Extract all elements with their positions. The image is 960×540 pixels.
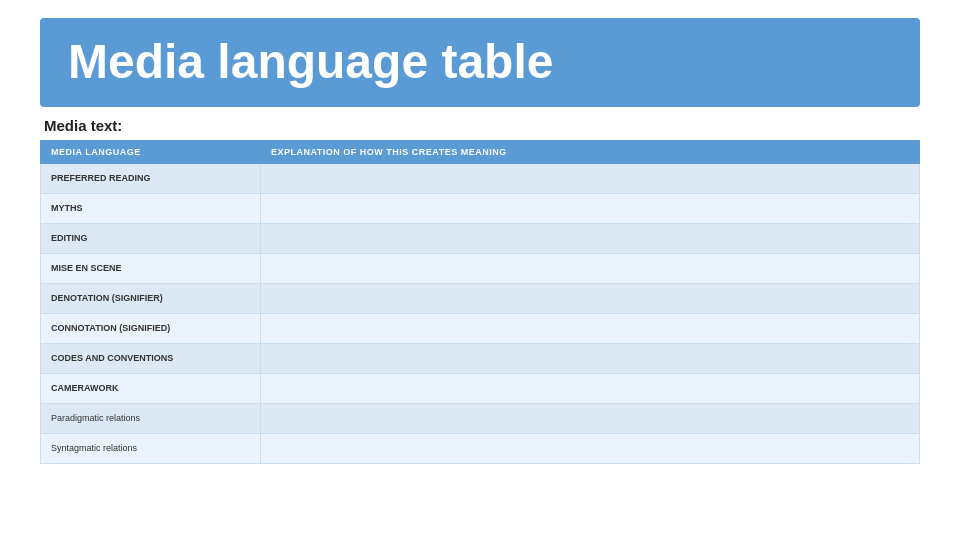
table-cell-media-language: CAMERAWORK bbox=[41, 373, 261, 403]
table-row: Syntagmatic relations bbox=[41, 433, 920, 463]
table-row: PREFERRED READING bbox=[41, 163, 920, 193]
table-cell-explanation bbox=[261, 283, 920, 313]
table-cell-explanation bbox=[261, 163, 920, 193]
media-language-table: MEDIA LANGUAGE EXPLANATION OF HOW THIS C… bbox=[40, 140, 920, 464]
table-cell-explanation bbox=[261, 223, 920, 253]
table-row: CODES AND CONVENTIONS bbox=[41, 343, 920, 373]
table-cell-media-language: MYTHS bbox=[41, 193, 261, 223]
table-cell-media-language: CODES AND CONVENTIONS bbox=[41, 343, 261, 373]
col-header-media-language: MEDIA LANGUAGE bbox=[41, 140, 261, 163]
table-row: CONNOTATION (SIGNIFIED) bbox=[41, 313, 920, 343]
table-row: Paradigmatic relations bbox=[41, 403, 920, 433]
table-row: DENOTATION (SIGNIFIER) bbox=[41, 283, 920, 313]
table-cell-explanation bbox=[261, 193, 920, 223]
table-row: MISE EN SCENE bbox=[41, 253, 920, 283]
col-header-explanation: EXPLANATION OF HOW THIS CREATES MEANING bbox=[261, 140, 920, 163]
page-title: Media language table bbox=[68, 36, 892, 89]
table-cell-media-language: PREFERRED READING bbox=[41, 163, 261, 193]
table-cell-media-language: CONNOTATION (SIGNIFIED) bbox=[41, 313, 261, 343]
header-banner: Media language table bbox=[40, 18, 920, 107]
table-cell-explanation bbox=[261, 433, 920, 463]
table-cell-explanation bbox=[261, 253, 920, 283]
table-row: MYTHS bbox=[41, 193, 920, 223]
table-wrapper: MEDIA LANGUAGE EXPLANATION OF HOW THIS C… bbox=[40, 140, 920, 464]
table-cell-media-language: Paradigmatic relations bbox=[41, 403, 261, 433]
table-cell-explanation bbox=[261, 403, 920, 433]
table-cell-media-language: MISE EN SCENE bbox=[41, 253, 261, 283]
table-cell-explanation bbox=[261, 343, 920, 373]
table-cell-media-language: Syntagmatic relations bbox=[41, 433, 261, 463]
table-cell-explanation bbox=[261, 373, 920, 403]
table-cell-explanation bbox=[261, 313, 920, 343]
table-cell-media-language: EDITING bbox=[41, 223, 261, 253]
subtitle: Media text: bbox=[40, 117, 920, 134]
table-row: EDITING bbox=[41, 223, 920, 253]
page-container: Media language table Media text: MEDIA L… bbox=[0, 18, 960, 540]
table-cell-media-language: DENOTATION (SIGNIFIER) bbox=[41, 283, 261, 313]
table-header-row: MEDIA LANGUAGE EXPLANATION OF HOW THIS C… bbox=[41, 140, 920, 163]
table-row: CAMERAWORK bbox=[41, 373, 920, 403]
